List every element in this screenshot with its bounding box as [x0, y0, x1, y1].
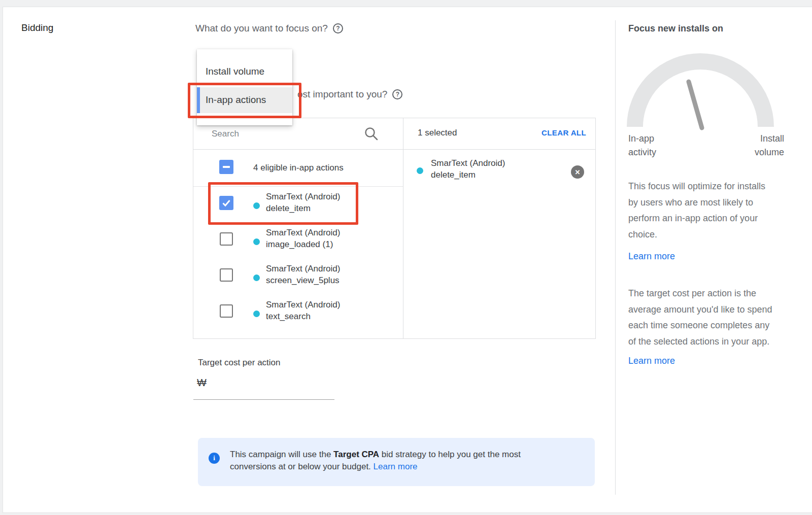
action-event-name: screen_view_5plus [266, 274, 340, 286]
gauge-needle [689, 82, 702, 128]
search-icon [364, 126, 379, 142]
selected-status-dot [417, 167, 423, 174]
list-item[interactable]: SmarText (Android) delete_item [266, 191, 340, 214]
help-icon[interactable]: ? [392, 89, 402, 99]
remove-selected-button[interactable]: ✕ [571, 165, 584, 179]
action-app-name: SmarText (Android) [266, 227, 340, 238]
gauge-label-install-volume: Install volume [709, 132, 784, 159]
action-app-name: SmarText (Android) [266, 191, 340, 202]
focus-dropdown-menu: Install volume In-app actions [197, 49, 292, 125]
action-status-dot [253, 202, 260, 209]
target-cost-input[interactable] [208, 378, 330, 389]
actions-question-fragment: ost important to you? ? [297, 89, 402, 100]
action-app-name: SmarText (Android) [266, 299, 340, 311]
currency-symbol: ₩ [197, 377, 207, 389]
select-all-checkbox[interactable] [219, 160, 233, 174]
gauge-label-in-app-activity: In-app activity [628, 132, 656, 159]
sidebar-learn-more-link-1[interactable]: Learn more [628, 251, 675, 262]
target-cost-label: Target cost per action [198, 358, 281, 368]
indeterminate-icon [223, 166, 230, 168]
action-event-name: image_loaded (1) [266, 238, 340, 250]
selected-count: 1 selected [418, 128, 457, 138]
actions-question-text: ost important to you? [297, 89, 387, 100]
action-status-dot [253, 274, 260, 281]
banner-text-before: This campaign will use the [230, 450, 333, 459]
action-app-name: SmarText (Android) [266, 263, 340, 274]
action-event-name: delete_item [266, 202, 340, 214]
action-checkbox-text-search[interactable] [220, 304, 233, 318]
list-item[interactable]: SmarText (Android) screen_view_5plus [266, 263, 340, 286]
close-icon: ✕ [575, 168, 581, 176]
section-label: Bidding [21, 22, 53, 33]
bidding-screen: Bidding What do you want to focus on? ? … [0, 0, 812, 515]
clear-all-button[interactable]: CLEAR ALL [542, 128, 586, 137]
focus-question-text: What do you want to focus on? [195, 23, 328, 34]
dropdown-option-in-app-actions[interactable]: In-app actions [197, 87, 292, 113]
info-icon: i [209, 453, 220, 464]
selected-app-name: SmarText (Android) [431, 157, 505, 169]
action-picker-panel: 4 eligible in-app actions SmarText (Andr… [193, 118, 596, 339]
banner-bold-text: Target CPA [333, 450, 379, 459]
list-item[interactable]: SmarText (Android) image_loaded (1) [266, 227, 340, 250]
info-banner: i This campaign will use the Target CPA … [198, 438, 595, 486]
selected-event-name: delete_item [431, 169, 505, 181]
sidebar-title: Focus new installs on [628, 23, 723, 34]
input-underline [193, 399, 334, 400]
check-icon [221, 198, 231, 208]
dropdown-option-install-volume[interactable]: Install volume [206, 66, 264, 77]
panel-divider [403, 118, 403, 338]
action-status-dot [253, 238, 260, 245]
action-checkbox-image-loaded[interactable] [220, 232, 233, 246]
list-item[interactable]: SmarText (Android) text_search [266, 299, 340, 322]
dropdown-option-label: In-app actions [206, 94, 266, 106]
banner-learn-more-link[interactable]: Learn more [374, 462, 418, 471]
panel-header-divider [193, 149, 595, 150]
sidebar-target-cpa-paragraph: The target cost per action is the averag… [628, 286, 792, 350]
sidebar-divider [615, 20, 616, 495]
selected-option-bar [197, 87, 200, 113]
focus-question: What do you want to focus on? ? [195, 23, 343, 34]
action-event-name: text_search [266, 311, 340, 322]
row-divider [193, 186, 403, 187]
action-status-dot [253, 311, 260, 317]
help-icon[interactable]: ? [333, 23, 343, 33]
sidebar-optimize-paragraph: This focus will optimize for installs by… [628, 179, 792, 243]
sidebar-learn-more-link-2[interactable]: Learn more [628, 356, 675, 366]
select-all-label: 4 eligible in-app actions [253, 163, 344, 173]
search-input[interactable] [212, 126, 349, 142]
selected-item: SmarText (Android) delete_item [431, 157, 505, 181]
action-checkbox-delete-item[interactable] [219, 196, 233, 210]
focus-gauge [622, 48, 789, 134]
info-banner-text: This campaign will use the Target CPA bi… [230, 449, 559, 473]
action-checkbox-screen-view[interactable] [220, 268, 233, 282]
